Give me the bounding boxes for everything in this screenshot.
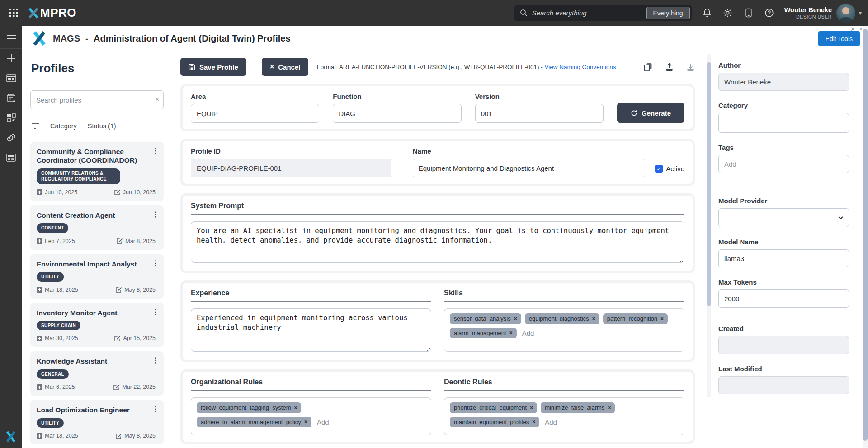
kebab-menu-icon[interactable]: ⋮	[152, 356, 159, 364]
remove-tag-icon[interactable]: ×	[294, 405, 297, 411]
name-input[interactable]	[413, 159, 644, 177]
avatar[interactable]	[836, 4, 855, 23]
notifications-bell-icon[interactable]	[702, 8, 712, 18]
profile-card[interactable]: Content Creation Agent ⋮ CONTENT Feb 7, …	[30, 205, 164, 250]
tags-input[interactable]	[718, 155, 849, 173]
skill-tag-pill: sensor_data_analysis×	[450, 313, 521, 324]
last-modified-input[interactable]	[718, 376, 849, 394]
skills-add-input[interactable]: Add	[520, 329, 536, 337]
hamburger-menu-icon[interactable]	[0, 26, 22, 46]
help-icon[interactable]	[764, 8, 774, 18]
kebab-menu-icon[interactable]: ⋮	[152, 210, 159, 219]
pages-icon[interactable]	[0, 68, 22, 88]
max-tokens-input[interactable]	[718, 289, 849, 308]
remove-tag-icon[interactable]: ×	[530, 405, 533, 411]
organizational-rules-title: Organizational Rules	[191, 378, 431, 391]
cancel-button[interactable]: × Cancel	[262, 58, 309, 76]
category-badge: COMMUNITY RELATIONS & REGULATORY COMPLIA…	[37, 168, 120, 184]
blocks-icon[interactable]	[0, 108, 22, 128]
forms-icon[interactable]	[0, 88, 22, 108]
profile-name: Knowledge Assistant	[37, 357, 157, 365]
profile-card[interactable]: Inventory Monitor Agent ⋮ SUPPLY CHAIN M…	[30, 303, 164, 347]
xmpro-bottom-logo-icon[interactable]	[5, 431, 16, 443]
cancel-x-icon: ×	[270, 63, 274, 71]
function-input[interactable]	[333, 104, 461, 123]
filter-status[interactable]: Status (1)	[88, 122, 116, 130]
skills-tagbox[interactable]: sensor_data_analysis× equipment_diagnost…	[444, 308, 684, 352]
remove-tag-icon[interactable]: ×	[304, 419, 307, 425]
remove-tag-icon[interactable]: ×	[509, 330, 513, 336]
model-name-input[interactable]	[718, 249, 849, 267]
page-scrollbar-thumb[interactable]	[863, 29, 868, 441]
kebab-menu-icon[interactable]: ⋮	[152, 146, 159, 155]
system-prompt-section: System Prompt You are an AI specialist i…	[180, 193, 695, 273]
profile-card[interactable]: Load Optimization Engineer ⋮ UTILITY Mar…	[30, 400, 164, 444]
profiles-panel: Profiles × Category Status (1) Community…	[22, 51, 172, 448]
kebab-menu-icon[interactable]: ⋮	[152, 405, 159, 413]
remove-tag-icon[interactable]: ×	[660, 316, 664, 322]
kebab-menu-icon[interactable]: ⋮	[152, 308, 159, 316]
experience-textarea[interactable]: Experienced in equipment monitoring acro…	[191, 308, 431, 352]
skill-tag-pill: equipment_diagnostics×	[525, 313, 599, 324]
app-name: MAGS	[53, 33, 80, 44]
author-label: Author	[718, 61, 849, 69]
settings-gear-icon[interactable]	[723, 8, 733, 18]
remove-tag-icon[interactable]: ×	[532, 419, 535, 425]
organizational-rules-tagbox[interactable]: follow_equipment_tagging_system× adhere_…	[191, 397, 431, 435]
add-icon[interactable]	[0, 48, 22, 68]
details-panel: Author Category Tags Model Provider Mode…	[713, 51, 863, 448]
naming-format-hint: Format: AREA-FUNCTION-PROFILE-VERSION (e…	[316, 64, 616, 70]
copy-icon[interactable]	[644, 63, 652, 71]
version-input[interactable]	[475, 104, 604, 123]
edit-tools-button[interactable]: Edit Tools	[818, 31, 860, 46]
mobile-device-icon[interactable]	[744, 8, 754, 18]
profiles-title: Profiles	[31, 61, 164, 75]
deontic-rules-title: Deontic Rules	[444, 378, 684, 391]
filter-funnel-icon[interactable]	[31, 123, 39, 129]
remove-tag-icon[interactable]: ×	[592, 316, 595, 322]
profiles-search-input[interactable]	[30, 90, 164, 109]
download-icon[interactable]	[686, 63, 695, 71]
generate-button[interactable]: Generate	[617, 103, 684, 123]
model-provider-select[interactable]	[718, 208, 849, 227]
upload-icon[interactable]	[665, 63, 674, 71]
profile-id-input[interactable]	[191, 159, 391, 177]
created-input[interactable]	[718, 336, 849, 354]
remove-tag-icon[interactable]: ×	[608, 405, 611, 411]
deontic-rules-add-input[interactable]: Add	[543, 418, 559, 426]
editor-scrollbar-thumb[interactable]	[707, 62, 711, 306]
created-date: Mar 18, 2025	[37, 287, 78, 293]
remove-tag-icon[interactable]: ×	[514, 316, 517, 322]
view-naming-conventions-link[interactable]: View Naming Conventions	[545, 64, 616, 70]
category-input[interactable]	[718, 113, 849, 133]
user-info[interactable]: Wouter Beneke DESIGN USER	[784, 6, 832, 20]
profile-dates: Mar 6, 2025 Mar 22, 2025	[37, 384, 157, 390]
org-rules-add-input[interactable]: Add	[315, 418, 331, 426]
filter-category[interactable]: Category	[50, 122, 77, 130]
save-profile-button[interactable]: Save Profile	[180, 58, 246, 76]
app-grid-icon[interactable]	[6, 5, 21, 21]
profile-card[interactable]: Environmental Impact Analyst ⋮ UTILITY M…	[30, 254, 164, 299]
created-date: Mar 30, 2025	[37, 335, 78, 341]
deontic-rule-tag-pill: minimize_false_alarms×	[541, 402, 615, 413]
page-title: MAGS - Administration of Agent (Digital …	[53, 33, 291, 44]
system-prompt-textarea[interactable]: You are an AI specialist in equipment mo…	[191, 221, 684, 263]
profile-card[interactable]: Knowledge Assistant ⋮ GENERAL Mar 6, 202…	[30, 351, 164, 396]
deontic-rules-tagbox[interactable]: prioritize_critical_equipment× minimize_…	[444, 397, 684, 435]
connections-link-icon[interactable]	[0, 128, 22, 148]
user-menu-caret-icon[interactable]: ▾	[859, 10, 862, 16]
profile-dates: Mar 18, 2025 May 8, 2025	[37, 287, 157, 293]
clear-search-icon[interactable]: ×	[155, 95, 159, 103]
close-icon[interactable]: ×	[859, 27, 863, 32]
data-grid-icon[interactable]	[0, 148, 22, 168]
modified-date: Mar 8, 2025	[117, 238, 156, 244]
search-input[interactable]	[532, 9, 646, 17]
active-checkbox[interactable]: ✓	[655, 165, 663, 173]
search-scope-button[interactable]: Everything	[646, 7, 690, 19]
profile-card[interactable]: Community & Compliance Coordinator (COOR…	[30, 142, 164, 201]
author-input[interactable]	[718, 73, 849, 91]
area-input[interactable]	[191, 104, 319, 123]
category-badge: UTILITY	[37, 272, 64, 282]
kebab-menu-icon[interactable]: ⋮	[152, 259, 159, 267]
save-icon	[189, 64, 195, 70]
